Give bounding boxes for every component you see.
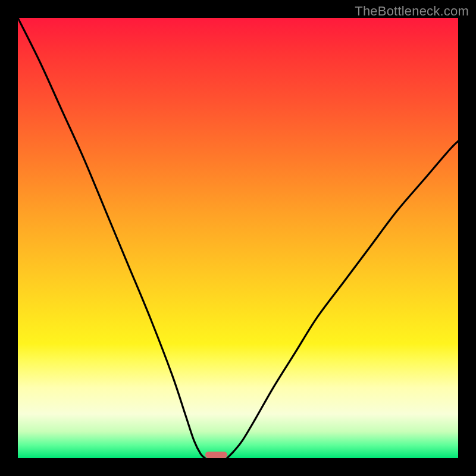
chart-frame: TheBottleneck.com — [0, 0, 476, 476]
watermark-text: TheBottleneck.com — [355, 4, 469, 19]
bottleneck-marker — [205, 452, 227, 458]
right-curve — [227, 141, 459, 458]
plot-area — [18, 18, 458, 458]
left-curve — [18, 18, 205, 458]
curve-layer — [18, 18, 458, 458]
